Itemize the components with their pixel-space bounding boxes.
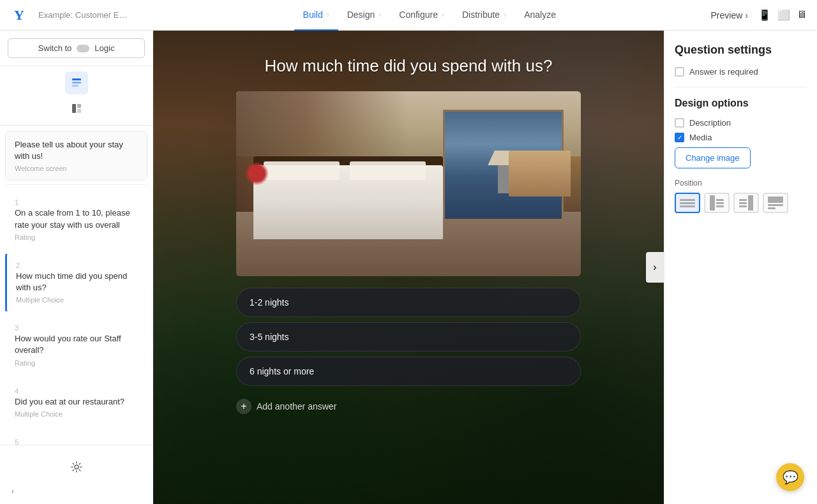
- media-label: Media: [689, 133, 712, 142]
- question-text-4: Did you eat at our restaurant?: [15, 396, 138, 408]
- media-checkbox[interactable]: ✓: [675, 133, 684, 142]
- questions-icon-button[interactable]: [65, 71, 88, 94]
- question-number-2: 2: [16, 262, 138, 269]
- question-text-3: How would you rate our Staff overall?: [15, 333, 138, 356]
- design-options-title: Design options: [675, 98, 807, 109]
- chevron-icon: ›: [327, 10, 329, 19]
- chevron-icon: ›: [442, 10, 444, 19]
- question-text-1: On a scale from 1 to 10, please rate you…: [15, 207, 138, 230]
- answer-required-checkbox[interactable]: [675, 67, 684, 77]
- answer-required-label: Answer is required: [689, 67, 758, 77]
- question-type-1: Rating: [15, 233, 138, 241]
- position-option-bottom[interactable]: [763, 193, 788, 213]
- svg-rect-1: [72, 82, 81, 84]
- chat-bubble-button[interactable]: 💬: [776, 463, 804, 491]
- svg-point-6: [75, 465, 79, 469]
- add-answer-label: Add another answer: [257, 401, 336, 411]
- welcome-card[interactable]: Please tell us about your stay with us! …: [5, 131, 147, 181]
- welcome-card-text: Please tell us about your stay with us!: [15, 139, 138, 162]
- question-card-5[interactable]: 5 5 How...: [5, 430, 147, 445]
- mobile-icon[interactable]: 📱: [758, 9, 771, 21]
- question-card-4[interactable]: 4 Did you eat at our restaurant? Multipl…: [5, 379, 147, 426]
- app-name: Example: Customer Ex...: [38, 10, 128, 20]
- section-divider: [675, 87, 807, 87]
- collapse-left-panel-button[interactable]: ‹: [5, 484, 20, 499]
- question-number-4: 4: [15, 387, 138, 395]
- left-panel: Switch to Logic Please tell us about you…: [0, 31, 153, 504]
- question-number-5: 5: [15, 438, 138, 445]
- change-image-button[interactable]: Change image: [675, 147, 751, 168]
- question-card-3[interactable]: 3 How would you rate our Staff overall? …: [5, 316, 147, 374]
- chevron-right-icon: ›: [653, 262, 656, 273]
- answer-option-2[interactable]: 6 nights or more: [236, 357, 581, 386]
- center-canvas: How much time did you spend with us?: [153, 31, 664, 504]
- answer-option-0[interactable]: 1-2 nights: [236, 288, 581, 317]
- tab-design[interactable]: Design ›: [338, 0, 391, 31]
- top-navigation: Y Example: Customer Ex... Build › Design…: [0, 0, 817, 31]
- canvas-background: How much time did you spend with us?: [153, 31, 664, 504]
- media-row: ✓ Media: [675, 133, 807, 142]
- question-text-2: How much time did you spend with us?: [16, 271, 138, 293]
- answer-required-row: Answer is required: [675, 67, 807, 77]
- welcome-card-type: Welcome screen: [15, 165, 138, 172]
- question-number-1: 1: [15, 198, 138, 206]
- chat-icon: 💬: [783, 470, 798, 485]
- tab-configure[interactable]: Configure ›: [390, 0, 453, 31]
- position-option-right[interactable]: [733, 193, 759, 213]
- nav-right: Preview › 📱 ⬜ 🖥: [711, 9, 807, 21]
- description-checkbox[interactable]: [675, 118, 684, 128]
- layout-icon-button[interactable]: [65, 97, 88, 120]
- right-panel: Question settings Answer is required Des…: [664, 31, 817, 504]
- svg-rect-3: [72, 104, 76, 113]
- question-title: How much time did you spend with us?: [265, 56, 553, 76]
- tab-build[interactable]: Build ›: [294, 0, 338, 31]
- position-label: Position: [675, 179, 807, 188]
- tablet-icon[interactable]: ⬜: [777, 9, 790, 21]
- hotel-image: [236, 91, 581, 276]
- svg-rect-5: [77, 109, 81, 113]
- right-panel-title: Question settings: [675, 43, 807, 57]
- canvas-content: How much time did you spend with us?: [236, 56, 581, 417]
- question-type-4: Multiple Choice: [15, 410, 138, 418]
- device-selector: 📱 ⬜ 🖥: [758, 9, 807, 21]
- switch-icon: [77, 45, 89, 52]
- main-layout: Switch to Logic Please tell us about you…: [0, 31, 817, 504]
- desktop-icon[interactable]: 🖥: [797, 9, 807, 21]
- chevron-icon: ›: [379, 10, 381, 19]
- position-option-left[interactable]: [704, 193, 730, 213]
- tab-distribute[interactable]: Distribute ›: [453, 0, 515, 31]
- answer-option-1[interactable]: 3-5 nights: [236, 322, 581, 352]
- left-panel-toolbar: Switch to Logic: [0, 31, 153, 66]
- answer-options: 1-2 nights 3-5 nights 6 nights or more: [236, 288, 581, 386]
- add-answer-plus-icon: +: [236, 399, 251, 414]
- questions-list: Please tell us about your stay with us! …: [0, 126, 153, 445]
- svg-rect-2: [72, 85, 79, 87]
- logo-letter: Y: [14, 7, 24, 24]
- question-card-2[interactable]: 2 How much time did you spend with us? M…: [5, 253, 147, 312]
- svg-rect-0: [72, 78, 81, 80]
- logic-label: Logic: [94, 43, 114, 53]
- position-options: [675, 193, 807, 213]
- tab-analyze[interactable]: Analyze: [515, 0, 565, 31]
- preview-button[interactable]: Preview ›: [711, 10, 748, 20]
- nav-tabs: Build › Design › Configure › Distribute …: [148, 0, 711, 31]
- question-number-3: 3: [15, 324, 138, 332]
- switch-to-label: Switch to: [38, 43, 72, 53]
- toggle-panel-button[interactable]: ›: [646, 252, 664, 283]
- add-answer-row[interactable]: + Add another answer: [236, 396, 336, 417]
- position-option-full[interactable]: [675, 193, 700, 213]
- description-label: Description: [689, 118, 731, 128]
- question-card-1[interactable]: 1 On a scale from 1 to 10, please rate y…: [5, 190, 147, 249]
- app-logo[interactable]: Y: [10, 6, 28, 24]
- question-type-2: Multiple Choice: [16, 296, 138, 304]
- switch-logic-button[interactable]: Switch to Logic: [8, 38, 145, 58]
- question-type-3: Rating: [15, 359, 138, 367]
- panel-icon-toolbar: [0, 66, 153, 126]
- chevron-icon: ›: [745, 10, 748, 20]
- settings-icon[interactable]: [65, 456, 88, 478]
- svg-rect-4: [77, 104, 81, 108]
- description-row: Description: [675, 118, 807, 128]
- left-panel-bottom: ‹: [0, 445, 153, 504]
- chevron-icon: ›: [504, 10, 506, 19]
